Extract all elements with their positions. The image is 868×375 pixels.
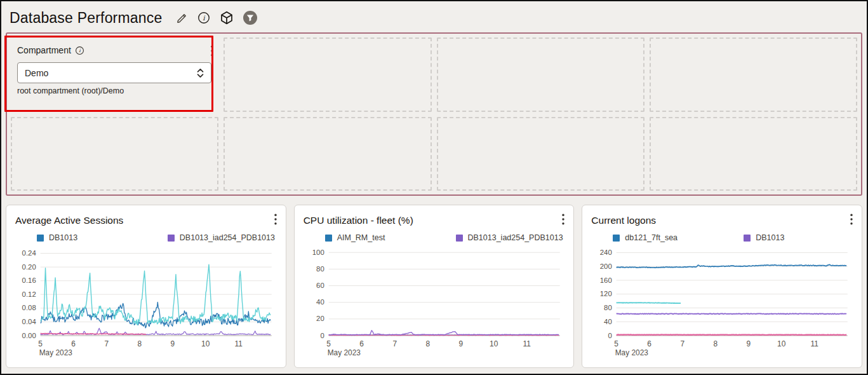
svg-text:i: i <box>79 48 81 53</box>
info-button[interactable]: i <box>197 11 211 25</box>
chart-title: Average Active Sessions <box>15 212 123 226</box>
edit-button[interactable] <box>175 11 189 25</box>
select-chevrons-icon <box>196 67 204 79</box>
legend-swatch <box>613 235 620 242</box>
svg-text:i: i <box>203 14 206 22</box>
compartment-label: Compartment <box>17 45 71 55</box>
compartment-select[interactable]: Demo <box>17 62 211 83</box>
legend-swatch <box>325 235 332 242</box>
info-icon: i <box>197 11 211 25</box>
legend-label: DB1013 <box>756 233 784 242</box>
empty-widget-slot <box>650 117 857 191</box>
svg-text:May 2023: May 2023 <box>327 348 361 357</box>
filter-button[interactable] <box>243 10 258 25</box>
svg-text:0: 0 <box>608 332 612 339</box>
empty-widget-slot <box>11 117 218 191</box>
chart-card-cpu-utilization-fleet: CPU utilization - fleet (%) AIM_RM_test … <box>294 205 575 368</box>
svg-text:10: 10 <box>777 339 786 348</box>
svg-text:60: 60 <box>316 282 324 289</box>
legend-label: AIM_RM_test <box>337 233 385 242</box>
average-active-sessions-chart[interactable]: 0.000.040.080.120.160.200.24567891011May… <box>15 244 277 357</box>
svg-text:0.24: 0.24 <box>22 249 37 257</box>
filter-icon <box>243 10 258 25</box>
legend-item[interactable]: DB1013 <box>722 233 853 242</box>
legend-swatch <box>456 235 463 242</box>
svg-text:0.04: 0.04 <box>22 318 37 325</box>
svg-text:11: 11 <box>235 339 243 348</box>
kebab-icon <box>850 214 853 225</box>
svg-text:80: 80 <box>604 304 612 311</box>
svg-text:May 2023: May 2023 <box>615 348 649 357</box>
cpu-utilization-chart[interactable]: 020406080100567891011May 2023 <box>304 244 565 357</box>
svg-text:120: 120 <box>600 290 612 297</box>
kebab-icon <box>211 45 213 57</box>
chart-title: CPU utilization - fleet (%) <box>304 212 413 226</box>
empty-widget-slot <box>437 117 644 191</box>
chart-menu-button[interactable] <box>274 214 277 225</box>
chart-card-average-active-sessions: Average Active Sessions DB1013 DB1013_ia… <box>6 205 286 368</box>
svg-text:7: 7 <box>392 339 397 348</box>
svg-text:10: 10 <box>201 339 210 348</box>
svg-text:100: 100 <box>312 249 324 256</box>
svg-text:40: 40 <box>604 318 612 325</box>
current-logons-chart[interactable]: 04080120160200240567891011May 2023 <box>591 244 853 357</box>
empty-widget-slot <box>437 38 644 112</box>
svg-text:160: 160 <box>600 276 612 284</box>
svg-text:9: 9 <box>458 339 463 348</box>
svg-text:11: 11 <box>811 339 819 348</box>
chart-legend: AIM_RM_test DB1013_iad254_PDB1013 <box>304 233 565 242</box>
edit-icon <box>175 11 189 25</box>
chart-menu-button[interactable] <box>850 214 853 225</box>
legend-label: DB1013 <box>49 233 77 242</box>
compartment-menu-button[interactable] <box>211 45 213 57</box>
compartment-widget: Compartment i Demo root compartment (roo… <box>11 38 218 112</box>
svg-text:240: 240 <box>600 249 612 256</box>
svg-text:0.00: 0.00 <box>22 332 36 339</box>
package-button[interactable] <box>219 10 234 25</box>
legend-item[interactable]: db121_7ft_sea <box>591 233 722 242</box>
legend-item[interactable]: DB1013_iad254_PDB1013 <box>434 233 565 242</box>
legend-item[interactable]: AIM_RM_test <box>304 233 434 242</box>
chart-legend: db121_7ft_sea DB1013 <box>591 233 853 242</box>
svg-text:5: 5 <box>326 339 331 348</box>
compartment-info-icon[interactable]: i <box>75 46 84 55</box>
svg-text:May 2023: May 2023 <box>39 348 73 357</box>
compartment-help-text: root compartment (root)/Demo <box>17 86 213 95</box>
legend-label: db121_7ft_sea <box>625 233 678 242</box>
svg-text:5: 5 <box>615 339 619 348</box>
svg-text:40: 40 <box>316 298 324 306</box>
chart-card-current-logons: Current logons db121_7ft_sea DB1013 0408… <box>582 205 862 368</box>
chart-legend: DB1013 DB1013_iad254_PDB1013 <box>15 233 277 242</box>
page-title: Database Performance <box>10 10 163 27</box>
svg-text:9: 9 <box>747 339 751 348</box>
svg-text:0: 0 <box>320 332 324 339</box>
empty-widget-slot <box>224 38 431 112</box>
legend-item[interactable]: DB1013_iad254_PDB1013 <box>146 233 277 242</box>
page-header: Database Performance i <box>1 1 867 32</box>
legend-item[interactable]: DB1013 <box>15 233 146 242</box>
svg-text:11: 11 <box>523 339 531 348</box>
svg-text:10: 10 <box>490 339 498 348</box>
compartment-select-value: Demo <box>25 68 48 78</box>
package-icon <box>219 10 234 25</box>
chart-menu-button[interactable] <box>562 214 564 225</box>
svg-text:80: 80 <box>316 265 324 273</box>
svg-text:5: 5 <box>38 339 43 348</box>
charts-row: Average Active Sessions DB1013 DB1013_ia… <box>6 205 862 368</box>
legend-label: DB1013_iad254_PDB1013 <box>468 233 563 242</box>
svg-text:8: 8 <box>425 339 430 348</box>
svg-text:6: 6 <box>648 339 652 348</box>
svg-text:7: 7 <box>681 339 685 348</box>
legend-swatch <box>744 235 751 242</box>
empty-widget-slot <box>650 38 857 112</box>
legend-swatch <box>37 235 44 242</box>
legend-swatch <box>168 235 175 242</box>
svg-text:8: 8 <box>714 339 718 348</box>
empty-widget-slot <box>224 117 431 191</box>
svg-text:200: 200 <box>600 262 612 270</box>
svg-text:7: 7 <box>104 339 109 348</box>
kebab-icon <box>274 214 277 225</box>
kebab-icon <box>562 214 564 225</box>
svg-text:8: 8 <box>137 339 142 348</box>
svg-text:9: 9 <box>170 339 175 348</box>
